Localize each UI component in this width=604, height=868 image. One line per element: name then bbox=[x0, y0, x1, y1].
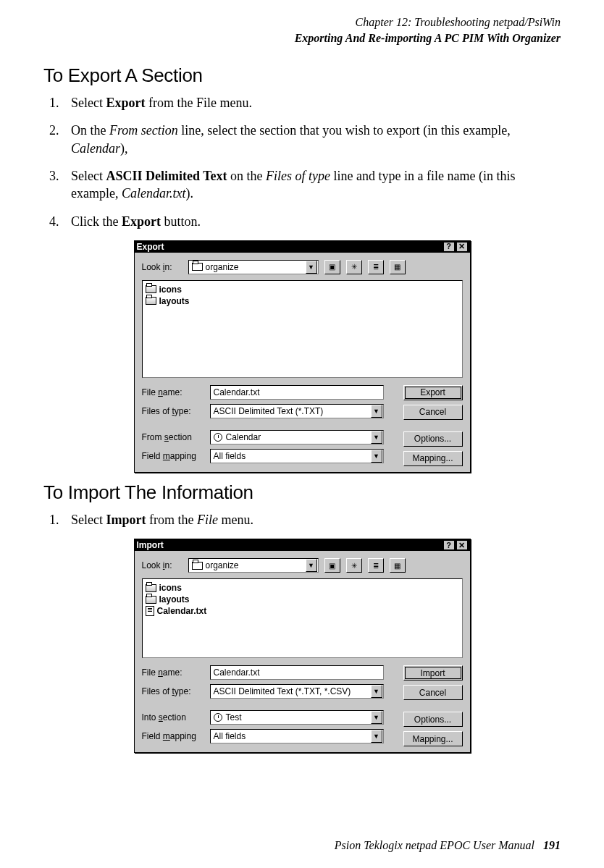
up-folder-button[interactable]: ▣ bbox=[324, 558, 340, 573]
page-footer: Psion Teklogix netpad EPOC User Manual 1… bbox=[335, 839, 561, 852]
close-button[interactable]: ✕ bbox=[456, 242, 468, 252]
folder-icon bbox=[146, 596, 156, 604]
file-list-pane[interactable]: icons layouts Calendar.txt bbox=[142, 578, 463, 658]
cancel-button[interactable]: Cancel bbox=[403, 405, 463, 420]
field-mapping-label: Field mapping bbox=[142, 731, 204, 741]
dropdown-icon[interactable]: ▼ bbox=[371, 711, 382, 724]
calendar-icon bbox=[214, 433, 222, 442]
export-dialog: Export ? ✕ Look in: organize ▼ ▣ ✳ ≣ ▦ bbox=[134, 240, 471, 473]
filename-input[interactable]: Calendar.txt bbox=[210, 665, 384, 680]
field-mapping-combo[interactable]: All fields▼ bbox=[210, 729, 384, 743]
import-dialog: Import ? ✕ Look in: organize ▼ ▣ ✳ ≣ ▦ bbox=[134, 539, 471, 753]
folder-icon bbox=[192, 263, 203, 271]
folder-icon bbox=[192, 562, 203, 570]
export-button[interactable]: Export bbox=[403, 385, 463, 400]
from-section-label: From section bbox=[142, 432, 204, 442]
filetype-label: Files of type: bbox=[142, 686, 204, 696]
import-steps: Select Import from the File menu. bbox=[62, 511, 561, 528]
details-view-button[interactable]: ▦ bbox=[390, 558, 406, 573]
list-item[interactable]: icons bbox=[146, 582, 459, 594]
help-button[interactable]: ? bbox=[443, 540, 455, 550]
export-steps: Select Export from the File menu. On the… bbox=[62, 94, 561, 230]
lookin-combo[interactable]: organize ▼ bbox=[188, 260, 319, 274]
up-folder-button[interactable]: ▣ bbox=[324, 260, 340, 274]
folder-icon bbox=[146, 297, 156, 305]
dialog-title: Export bbox=[137, 242, 164, 252]
import-button[interactable]: Import bbox=[403, 665, 463, 681]
list-view-button[interactable]: ≣ bbox=[368, 260, 384, 274]
heading-import-section: To Import The Information bbox=[43, 481, 561, 504]
filetype-label: Files of type: bbox=[142, 406, 204, 416]
step-1: Select Import from the File menu. bbox=[62, 511, 561, 528]
field-mapping-label: Field mapping bbox=[142, 451, 204, 461]
cancel-button[interactable]: Cancel bbox=[403, 685, 463, 700]
file-list-pane[interactable]: icons layouts bbox=[142, 280, 463, 378]
dropdown-icon[interactable]: ▼ bbox=[371, 685, 382, 698]
list-view-button[interactable]: ≣ bbox=[368, 558, 384, 573]
dropdown-icon[interactable]: ▼ bbox=[371, 431, 382, 444]
list-item[interactable]: layouts bbox=[146, 295, 459, 307]
dropdown-icon[interactable]: ▼ bbox=[306, 261, 317, 274]
step-1: Select Export from the File menu. bbox=[62, 94, 561, 111]
close-button[interactable]: ✕ bbox=[456, 540, 468, 550]
new-folder-button[interactable]: ✳ bbox=[346, 558, 362, 573]
dialog-titlebar[interactable]: Export ? ✕ bbox=[135, 241, 470, 253]
list-item[interactable]: Calendar.txt bbox=[146, 605, 459, 617]
dropdown-icon[interactable]: ▼ bbox=[371, 405, 382, 418]
dialog-title: Import bbox=[137, 540, 164, 550]
filename-input[interactable]: Calendar.txt bbox=[210, 385, 384, 400]
list-item[interactable]: icons bbox=[146, 284, 459, 295]
folder-icon bbox=[146, 584, 156, 592]
lookin-label: Look in: bbox=[142, 262, 183, 272]
step-2: On the From section line, select the sec… bbox=[62, 122, 561, 157]
folder-icon bbox=[146, 285, 156, 293]
field-mapping-combo[interactable]: All fields▼ bbox=[210, 449, 384, 463]
options-button[interactable]: Options... bbox=[403, 712, 463, 727]
filename-label: File name: bbox=[142, 667, 204, 678]
dialog-titlebar[interactable]: Import ? ✕ bbox=[135, 539, 470, 551]
dropdown-icon[interactable]: ▼ bbox=[371, 730, 382, 743]
options-button[interactable]: Options... bbox=[403, 431, 463, 447]
page-header: Chapter 12: Troubleshooting netpad/PsiWi… bbox=[43, 14, 561, 46]
dropdown-icon[interactable]: ▼ bbox=[371, 450, 382, 463]
filename-label: File name: bbox=[142, 387, 204, 397]
filetype-combo[interactable]: ASCII Delimited Text (*.TXT, *.CSV)▼ bbox=[210, 684, 384, 699]
step-4: Click the Export button. bbox=[62, 213, 561, 230]
into-section-combo[interactable]: Test▼ bbox=[210, 710, 384, 725]
heading-export-section: To Export A Section bbox=[43, 64, 561, 87]
new-folder-button[interactable]: ✳ bbox=[346, 260, 362, 274]
mapping-button[interactable]: Mapping... bbox=[403, 731, 463, 746]
document-icon bbox=[146, 606, 154, 616]
from-section-combo[interactable]: Calendar▼ bbox=[210, 430, 384, 444]
details-view-button[interactable]: ▦ bbox=[390, 260, 406, 274]
dropdown-icon[interactable]: ▼ bbox=[306, 559, 317, 572]
mapping-button[interactable]: Mapping... bbox=[403, 451, 463, 466]
section-title-line: Exporting And Re-importing A PC PIM With… bbox=[43, 30, 561, 46]
lookin-combo[interactable]: organize ▼ bbox=[188, 558, 319, 573]
list-item[interactable]: layouts bbox=[146, 594, 459, 605]
clock-icon bbox=[214, 713, 222, 722]
into-section-label: Into section bbox=[142, 712, 204, 722]
filetype-combo[interactable]: ASCII Delimited Text (*.TXT)▼ bbox=[210, 404, 384, 418]
step-3: Select ASCII Delimited Text on the Files… bbox=[62, 167, 561, 203]
lookin-label: Look in: bbox=[142, 560, 183, 570]
help-button[interactable]: ? bbox=[443, 242, 455, 252]
chapter-line: Chapter 12: Troubleshooting netpad/PsiWi… bbox=[43, 14, 561, 30]
